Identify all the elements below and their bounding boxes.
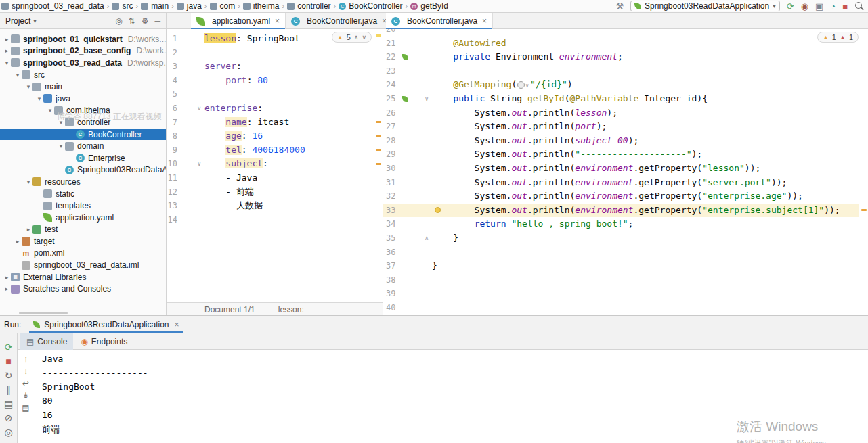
code-line[interactable]: 29 System.out.println("-----------------… <box>383 147 859 162</box>
tree-item-springboot-01-quickstart[interactable]: ▸springboot_01_quickstartD:\works... <box>0 33 166 45</box>
down-stack-icon[interactable]: ↓ <box>24 367 28 375</box>
tree-item-scratches-and-consoles[interactable]: ▸Scratches and Consoles <box>0 283 166 295</box>
tree-item-resources[interactable]: ▾resources <box>0 176 166 188</box>
warning-stripe-mark[interactable] <box>376 135 381 137</box>
tree-item-static[interactable]: static <box>0 188 166 200</box>
code-line[interactable]: 10∨ subject: <box>167 157 374 171</box>
tree-item-external-libraries[interactable]: ▸≣External Libraries <box>0 271 166 283</box>
tab-bookcontroller-java[interactable]: C BookController.java × <box>286 13 393 29</box>
tree-item-test[interactable]: ▸test <box>0 224 166 236</box>
expand-arrow-icon[interactable]: ▸ <box>3 274 11 281</box>
code-line[interactable]: 9 tel: 4006184000 <box>167 143 374 158</box>
warning-stripe-mark[interactable] <box>376 149 381 151</box>
run-config-dropdown[interactable]: Springboot03ReadDataApplication ▾ <box>630 1 780 11</box>
code-line[interactable]: 30 System.out.println(environment.getPro… <box>383 162 859 176</box>
rerun-application-icon[interactable]: ⟳ <box>787 2 794 11</box>
close-icon[interactable]: × <box>275 16 280 26</box>
tree-item-application-yaml[interactable]: application.yaml <box>0 212 166 224</box>
error-stripe[interactable] <box>860 29 868 316</box>
code-line[interactable]: 32 System.out.println(environment.getPro… <box>383 189 859 204</box>
spring-bean-gutter-icon[interactable] <box>399 50 410 64</box>
rerun-icon[interactable]: ⟳ <box>5 342 13 352</box>
expand-arrow-icon[interactable]: ▾ <box>46 107 54 114</box>
code-line[interactable]: 26 System.out.println(lesson); <box>383 106 859 120</box>
fold-arrow-icon[interactable]: ∨ <box>410 92 432 106</box>
inspections-widget[interactable]: ▲ 1 ▲ 1 <box>817 32 859 43</box>
warning-stripe-mark[interactable] <box>861 209 867 211</box>
code-line[interactable]: 25∨ public String getById(@PathVariable … <box>383 92 859 106</box>
expand-arrow-icon[interactable]: ▾ <box>57 143 65 149</box>
code-line[interactable]: 5 <box>167 87 374 101</box>
yaml-editor[interactable]: 1lesson: SpringBoot23server:4 port: 8056… <box>167 29 383 316</box>
code-line[interactable]: 14 <box>167 213 374 227</box>
breadcrumb-item[interactable]: itheima <box>243 1 280 11</box>
breadcrumb-item[interactable]: com <box>210 1 236 11</box>
pause-output-icon[interactable]: ∥ <box>6 385 11 394</box>
code-line[interactable]: 24 @GetMapping(∨"/{id}") <box>383 78 859 92</box>
restart-icon[interactable]: ↻ <box>5 371 13 380</box>
stop-icon[interactable]: ■ <box>5 356 11 366</box>
collapse-all-icon[interactable]: ⇅ <box>129 17 135 25</box>
expand-arrow-icon[interactable]: ▸ <box>3 36 11 43</box>
tree-item-com-itheima[interactable]: ▾com.itheima <box>0 105 166 117</box>
prev-warning-icon[interactable]: ∧ <box>354 34 359 41</box>
code-line[interactable]: 7 name: itcast <box>167 116 374 130</box>
fold-arrow-icon[interactable]: ∨ <box>177 157 204 171</box>
breadcrumb-item[interactable]: java <box>177 1 202 11</box>
build-hammer-icon[interactable]: ⚒ <box>615 2 624 11</box>
expand-arrow-icon[interactable]: ▾ <box>57 119 65 126</box>
fold-arrow-icon[interactable]: ∧ <box>410 231 432 246</box>
expand-arrow-icon[interactable]: ▾ <box>35 95 43 102</box>
code-line[interactable]: 35∧ } <box>383 231 859 246</box>
tree-item-domain[interactable]: ▾domain <box>0 140 166 152</box>
warning-stripe-mark[interactable] <box>376 34 381 37</box>
code-line[interactable]: 40 <box>383 301 859 315</box>
next-warning-icon[interactable]: ∨ <box>362 34 366 41</box>
code-line[interactable]: 8 age: 16 <box>167 129 374 143</box>
tree-item-springboot-03-read-data-iml[interactable]: springboot_03_read_data.iml <box>0 259 166 271</box>
expand-arrow-icon[interactable]: ▾ <box>24 179 32 185</box>
up-stack-icon[interactable]: ↑ <box>24 355 28 363</box>
stop-icon[interactable]: ■ <box>842 2 848 11</box>
endpoint-inlay-icon[interactable] <box>517 81 525 89</box>
expand-arrow-icon[interactable]: ▸ <box>24 226 32 233</box>
soft-wrap-icon[interactable]: ↩ <box>22 379 29 388</box>
expand-arrow-icon[interactable]: ▸ <box>3 47 11 54</box>
intention-bulb-icon[interactable] <box>435 207 441 213</box>
tree-item-controller[interactable]: ▾controller <box>0 116 166 129</box>
breadcrumb-item[interactable]: springboot_03_read_data <box>1 1 104 11</box>
fold-arrow-icon[interactable]: ∨ <box>177 101 204 116</box>
breadcrumb-item[interactable]: controller <box>287 1 330 11</box>
code-line[interactable]: 36 <box>383 246 859 260</box>
project-dropdown[interactable]: Project ▾ <box>5 16 37 26</box>
clear-all-icon[interactable]: ⊘ <box>5 413 13 423</box>
code-line[interactable]: 34 return "hello , spring boot!"; <box>383 217 859 231</box>
inspections-widget[interactable]: ▲ 5 ∧ ∨ <box>332 32 372 43</box>
hide-panel-icon[interactable]: ─ <box>154 17 160 25</box>
code-line[interactable]: 38 <box>383 273 859 287</box>
expand-arrow-icon[interactable]: ▾ <box>3 60 11 66</box>
element-breadcrumb[interactable]: lesson: <box>278 305 304 314</box>
code-line[interactable]: 21 @Autowired <box>383 37 859 51</box>
tree-item-java[interactable]: ▾java <box>0 93 166 105</box>
error-stripe[interactable] <box>374 29 383 316</box>
tab-bookcontroller-java-right[interactable]: C BookController.java × <box>386 13 493 29</box>
expand-arrow-icon[interactable]: ▸ <box>14 238 22 245</box>
debug-icon[interactable]: ◉ <box>801 2 808 11</box>
close-icon[interactable]: × <box>482 16 487 26</box>
code-line[interactable]: 12 - 前端 <box>167 185 374 200</box>
code-line[interactable]: 11 - Java <box>167 171 374 185</box>
code-line[interactable]: 20 <box>383 29 859 37</box>
tree-item-target[interactable]: ▸target <box>0 235 166 248</box>
tree-item-springboot03readdataapplication[interactable]: CSpringboot03ReadDataApplication <box>0 164 166 177</box>
code-line[interactable]: 3server: <box>167 60 374 74</box>
tree-item-main[interactable]: ▾main <box>0 80 166 93</box>
expand-arrow-icon[interactable]: ▾ <box>24 83 32 90</box>
tree-item-templates[interactable]: templates <box>0 200 166 212</box>
code-line[interactable]: 6∨enterprise: <box>167 101 374 116</box>
console[interactable]: ↑↓↩⇟▤ Java--------------------SpringBoot… <box>18 350 868 443</box>
tree-item-springboot-03-read-data[interactable]: ▾springboot_03_read_dataD:\worksp... <box>0 57 166 69</box>
code-line[interactable]: 31 System.out.println(environment.getPro… <box>383 176 859 190</box>
tab-application-yaml[interactable]: application.yaml × <box>191 13 286 29</box>
tree-item-pom-xml[interactable]: mpom.xml <box>0 248 166 260</box>
